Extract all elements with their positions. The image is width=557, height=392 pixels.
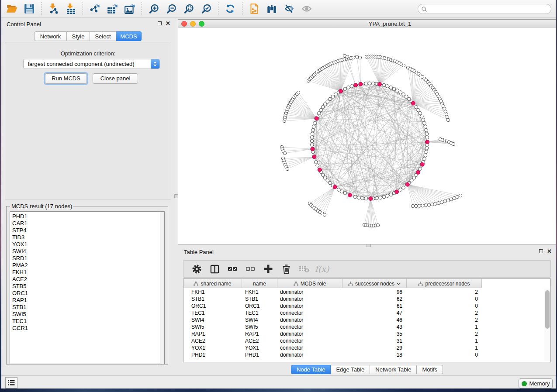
- network-title: YPA_prune.txt_1: [178, 21, 556, 27]
- table-scrollbar[interactable]: [544, 289, 550, 362]
- tab-edge-table[interactable]: Edge Table: [331, 365, 370, 374]
- toolbar-separator: [242, 2, 242, 15]
- memory-label: Memory: [529, 380, 550, 387]
- mcds-result-item[interactable]: SRD1: [12, 255, 164, 262]
- mcds-result-item[interactable]: TEC1: [12, 318, 164, 325]
- table-row[interactable]: ACE2 ACE2 connector 31 1: [183, 337, 545, 344]
- table-row[interactable]: STB1 STB1 dominator 62 0: [183, 296, 545, 303]
- tab-style[interactable]: Style: [67, 31, 90, 41]
- add-button[interactable]: [263, 264, 273, 274]
- open-button[interactable]: [5, 2, 18, 15]
- search-input[interactable]: [418, 4, 551, 14]
- mcds-list-scrollbar[interactable]: [160, 212, 164, 364]
- mcds-result-item[interactable]: CAR1: [12, 220, 164, 227]
- delete-table-button[interactable]: [299, 264, 309, 274]
- table-row[interactable]: RAP1 RAP1 dominator 35 2: [183, 330, 545, 337]
- zoom-out-button[interactable]: [165, 2, 178, 15]
- network-title-bar: YPA_prune.txt_1: [178, 20, 556, 28]
- toolbar-separator: [83, 2, 83, 15]
- horizontal-splitter-handle[interactable]: [367, 244, 371, 247]
- toolbar-separator: [218, 2, 218, 15]
- mcds-result-item[interactable]: PMA2: [12, 262, 164, 269]
- float-panel-icon[interactable]: [158, 21, 162, 25]
- mcds-result-item[interactable]: SWI5: [12, 311, 164, 318]
- dropdown-stepper-icon: [151, 59, 159, 69]
- mcds-result-item[interactable]: TID3: [12, 234, 164, 241]
- export-table-button[interactable]: [106, 2, 119, 15]
- mcds-result-group: MCDS result (17 nodes) PHD1CAR1STP4TID3Y…: [6, 203, 168, 364]
- import-network-button[interactable]: [47, 2, 60, 15]
- tab-network-table[interactable]: Network Table: [370, 365, 417, 374]
- table-panel-title: Table Panel: [184, 249, 214, 255]
- mcds-result-list[interactable]: PHD1CAR1STP4TID3YOX1SWI4SRD1PMA2FKH1ACE2…: [10, 211, 165, 364]
- split-view-button[interactable]: [209, 264, 220, 274]
- zoom-selected-button[interactable]: [200, 2, 213, 15]
- delete-button[interactable]: [281, 264, 291, 274]
- function-button[interactable]: f(x): [317, 264, 327, 274]
- hide-panels-button[interactable]: [283, 2, 296, 15]
- memory-status-icon: [522, 381, 527, 386]
- network-view-frame: YPA_prune.txt_1: [178, 19, 556, 244]
- task-history-button[interactable]: [5, 377, 17, 389]
- table-row[interactable]: YOX1 YOX1 connector 29 1: [183, 344, 545, 351]
- column-header-MCDS-role[interactable]: MCDS role: [277, 279, 343, 288]
- close-panel-icon[interactable]: ✕: [166, 21, 170, 25]
- search-icon: [421, 6, 427, 12]
- list-icon: [8, 380, 15, 386]
- table-row[interactable]: ORC1 ORC1 dominator 61 0: [183, 303, 545, 309]
- network-graph: [178, 28, 556, 244]
- mcds-result-item[interactable]: SWI4: [12, 248, 164, 255]
- share-document-button[interactable]: [248, 2, 261, 15]
- mcds-result-item[interactable]: PHD1: [12, 213, 164, 220]
- mcds-result-item[interactable]: STB5: [12, 283, 164, 290]
- show-panels-button[interactable]: [300, 2, 313, 15]
- mcds-result-item[interactable]: STB1: [12, 304, 164, 311]
- tab-select[interactable]: Select: [90, 31, 116, 41]
- table-row[interactable]: SWI5 SWI5 connector 43 1: [183, 323, 545, 330]
- mcds-result-item[interactable]: RAP1: [12, 297, 164, 304]
- search-network-button[interactable]: [265, 2, 278, 15]
- tab-mcds[interactable]: MCDS: [116, 31, 142, 41]
- table-toolbar: f(x): [183, 260, 551, 278]
- import-table-button[interactable]: [64, 2, 77, 15]
- export-image-button[interactable]: [123, 2, 136, 15]
- run-mcds-button[interactable]: Run MCDS: [45, 73, 87, 84]
- mcds-result-item[interactable]: ACE2: [12, 276, 164, 283]
- save-button[interactable]: [23, 2, 36, 15]
- network-canvas[interactable]: [178, 28, 556, 244]
- zoom-fit-button[interactable]: [182, 2, 195, 15]
- criterion-dropdown[interactable]: largest connected component (undirected): [23, 59, 160, 69]
- deselect-all-button[interactable]: [245, 264, 256, 274]
- table-row[interactable]: PHD1 PHD1 dominator 18 0: [183, 351, 545, 358]
- table-row[interactable]: TEC1 TEC1 connector 47 2: [183, 309, 545, 316]
- control-panel: Control Panel ✕ NetworkStyleSelectMCDS O…: [1, 19, 175, 375]
- select-all-button[interactable]: [227, 264, 238, 274]
- mcds-result-item[interactable]: GCR1: [12, 325, 164, 332]
- toolbar-separator: [41, 2, 42, 15]
- column-header-name[interactable]: name: [242, 279, 277, 288]
- export-network-button[interactable]: [88, 2, 101, 15]
- column-header-successor-nodes[interactable]: successor nodes: [343, 279, 407, 288]
- mcds-result-item[interactable]: FKH1: [12, 269, 164, 276]
- memory-button[interactable]: Memory: [519, 378, 553, 389]
- table-row[interactable]: SWI4 SWI4 dominator 46 2: [183, 316, 545, 323]
- zoom-in-button[interactable]: [147, 2, 160, 15]
- refresh-button[interactable]: [224, 2, 237, 15]
- tab-motifs[interactable]: Motifs: [417, 365, 443, 374]
- tab-node-table[interactable]: Node Table: [291, 365, 331, 374]
- mcds-tab-content: Optimization criterion: largest connecte…: [5, 42, 171, 199]
- table-header-row: shared namenameMCDS rolesuccessor nodesp…: [183, 279, 482, 288]
- mcds-result-title: MCDS result (17 nodes): [10, 203, 73, 210]
- tab-network[interactable]: Network: [34, 31, 67, 41]
- settings-button[interactable]: [191, 264, 202, 274]
- float-table-panel-icon[interactable]: [539, 249, 543, 253]
- mcds-result-item[interactable]: ORC1: [12, 290, 164, 297]
- node-table: shared namenameMCDS rolesuccessor nodesp…: [183, 279, 551, 362]
- mcds-result-item[interactable]: YOX1: [12, 241, 164, 248]
- column-header-shared-name[interactable]: shared name: [183, 279, 242, 288]
- mcds-result-item[interactable]: STP4: [12, 227, 164, 234]
- close-panel-button[interactable]: Close panel: [93, 73, 138, 84]
- close-table-panel-icon[interactable]: ✕: [547, 249, 552, 253]
- column-header-predecessor-nodes[interactable]: predecessor nodes: [407, 279, 482, 288]
- table-row[interactable]: FKH1 FKH1 dominator 96 2: [183, 289, 545, 296]
